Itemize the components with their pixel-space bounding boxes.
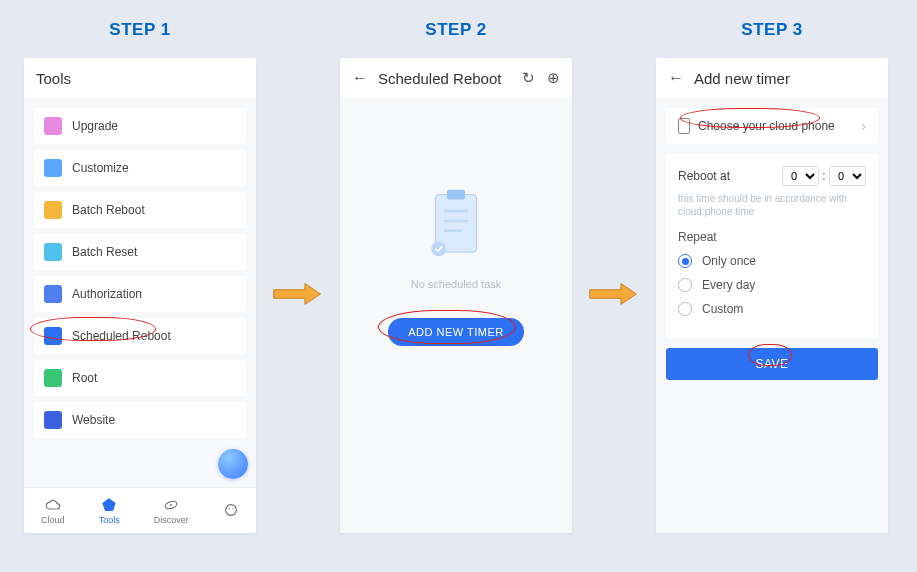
time-hint: this time should be in accordance with c…: [678, 192, 866, 218]
tool-item-customize[interactable]: Customize: [34, 150, 246, 186]
tool-item-batch-reset[interactable]: Batch Reset: [34, 234, 246, 270]
nav-tools[interactable]: Tools: [99, 497, 120, 525]
nav-discover[interactable]: Discover: [154, 497, 189, 525]
tool-icon: [44, 369, 62, 387]
reboot-at-label: Reboot at: [678, 169, 730, 183]
empty-state-text: No scheduled task: [411, 278, 502, 290]
phone-icon: [678, 118, 690, 134]
repeat-daily[interactable]: Every day: [678, 278, 866, 292]
tool-label: Batch Reboot: [72, 203, 145, 217]
tool-icon: [44, 327, 62, 345]
nav-cloud[interactable]: Cloud: [41, 497, 65, 525]
tool-label: Upgrade: [72, 119, 118, 133]
tool-item-root[interactable]: Root: [34, 360, 246, 396]
chevron-right-icon: ›: [861, 118, 866, 134]
step3-label: STEP 3: [741, 20, 802, 40]
more-icon: [223, 502, 239, 518]
svg-rect-7: [447, 190, 465, 200]
tool-icon: [44, 201, 62, 219]
screen-scheduled-reboot: ← Scheduled Reboot ↻ ⊕: [340, 58, 572, 533]
tool-icon: [44, 411, 62, 429]
tool-label: Scheduled Reboot: [72, 329, 171, 343]
screen-add-timer: ← Add new timer Choose your cloud phone …: [656, 58, 888, 533]
step1-label: STEP 1: [109, 20, 170, 40]
tool-icon: [44, 117, 62, 135]
tool-item-website[interactable]: Website: [34, 402, 246, 438]
arrow-1: [272, 56, 324, 531]
tool-item-authorization[interactable]: Authorization: [34, 276, 246, 312]
svg-point-4: [228, 508, 229, 509]
cloud-icon: [45, 497, 61, 513]
back-button[interactable]: ←: [352, 69, 368, 87]
screen-tools: Tools UpgradeCustomizeBatch RebootBatch …: [24, 58, 256, 533]
tool-item-upgrade[interactable]: Upgrade: [34, 108, 246, 144]
nav-cloud-label: Cloud: [41, 515, 65, 525]
minute-select[interactable]: 0: [829, 166, 866, 186]
tool-label: Authorization: [72, 287, 142, 301]
repeat-once-label: Only once: [702, 254, 756, 268]
nav-more[interactable]: [223, 502, 239, 520]
tool-label: Website: [72, 413, 115, 427]
repeat-once[interactable]: Only once: [678, 254, 866, 268]
back-button-3[interactable]: ←: [668, 69, 684, 87]
tool-label: Customize: [72, 161, 129, 175]
repeat-daily-label: Every day: [702, 278, 755, 292]
discover-icon: [163, 497, 179, 513]
time-separator: :: [822, 169, 825, 183]
tool-icon: [44, 285, 62, 303]
tool-item-scheduled-reboot[interactable]: Scheduled Reboot: [34, 318, 246, 354]
repeat-label: Repeat: [678, 230, 866, 244]
tool-icon: [44, 243, 62, 261]
step2-label: STEP 2: [425, 20, 486, 40]
add-new-timer-button[interactable]: ADD NEW TIMER: [388, 318, 524, 346]
choose-label: Choose your cloud phone: [698, 119, 835, 133]
bottom-nav: Cloud Tools Discover: [24, 487, 256, 533]
scheduled-title: Scheduled Reboot: [378, 70, 501, 87]
tools-title: Tools: [36, 70, 71, 87]
repeat-custom-label: Custom: [702, 302, 743, 316]
choose-cloud-phone-row[interactable]: Choose your cloud phone ›: [666, 108, 878, 144]
tool-label: Batch Reset: [72, 245, 137, 259]
hour-select[interactable]: 0: [782, 166, 819, 186]
radio-icon: [678, 278, 692, 292]
nav-tools-label: Tools: [99, 515, 120, 525]
tool-label: Root: [72, 371, 97, 385]
svg-point-5: [232, 508, 233, 509]
tools-icon: [101, 497, 117, 513]
clipboard-icon: [426, 188, 486, 262]
reboot-card: Reboot at 0 : 0 this time should be in a…: [666, 154, 878, 338]
save-button[interactable]: SAVE: [666, 348, 878, 380]
repeat-custom[interactable]: Custom: [678, 302, 866, 316]
svg-marker-0: [103, 498, 116, 511]
arrow-2: [588, 56, 640, 531]
svg-point-11: [431, 241, 446, 256]
mascot-icon[interactable]: [218, 449, 248, 479]
svg-point-2: [170, 504, 172, 506]
nav-discover-label: Discover: [154, 515, 189, 525]
add-timer-title: Add new timer: [694, 70, 790, 87]
svg-point-3: [226, 504, 237, 515]
radio-icon: [678, 302, 692, 316]
tool-icon: [44, 159, 62, 177]
radio-icon: [678, 254, 692, 268]
add-icon[interactable]: ⊕: [547, 69, 560, 87]
refresh-icon[interactable]: ↻: [522, 69, 535, 87]
tool-item-batch-reboot[interactable]: Batch Reboot: [34, 192, 246, 228]
